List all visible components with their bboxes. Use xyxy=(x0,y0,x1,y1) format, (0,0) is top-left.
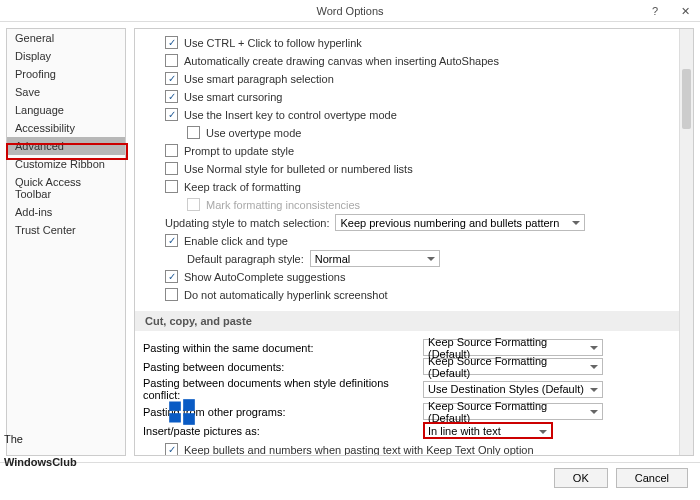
help-button[interactable]: ? xyxy=(640,0,670,22)
sidebar-item-language[interactable]: Language xyxy=(7,101,125,119)
label-paste-other: Pasting from other programs: xyxy=(143,406,423,418)
checkbox-disabled xyxy=(187,198,200,211)
checkbox[interactable] xyxy=(165,54,178,67)
label-paste-between: Pasting between documents: xyxy=(143,361,423,373)
checkbox[interactable] xyxy=(165,443,178,456)
select-update-style[interactable]: Keep previous numbering and bullets patt… xyxy=(335,214,585,231)
option-insert-key: Use the Insert key to control overtype m… xyxy=(184,109,397,121)
label-default-para: Default paragraph style: xyxy=(187,253,304,265)
checkbox[interactable] xyxy=(165,162,178,175)
select-paste-within[interactable]: Keep Source Formatting (Default) xyxy=(423,339,603,356)
sidebar-item-proofing[interactable]: Proofing xyxy=(7,65,125,83)
option-overtype: Use overtype mode xyxy=(206,127,301,139)
sidebar-item-display[interactable]: Display xyxy=(7,47,125,65)
sidebar-item-advanced[interactable]: Advanced xyxy=(7,137,125,155)
window-title: Word Options xyxy=(316,5,383,17)
sidebar-item-trust-center[interactable]: Trust Center xyxy=(7,221,125,239)
option-normal-style: Use Normal style for bulleted or numbere… xyxy=(184,163,413,175)
select-paste-between[interactable]: Keep Source Formatting (Default) xyxy=(423,358,603,375)
ok-button[interactable]: OK xyxy=(554,468,608,488)
sidebar: General Display Proofing Save Language A… xyxy=(6,28,126,456)
option-autocomplete: Show AutoComplete suggestions xyxy=(184,271,345,283)
checkbox[interactable] xyxy=(165,108,178,121)
option-prompt-style: Prompt to update style xyxy=(184,145,294,157)
scrollbar[interactable] xyxy=(679,29,693,455)
sidebar-item-accessibility[interactable]: Accessibility xyxy=(7,119,125,137)
option-smart-cursor: Use smart cursoring xyxy=(184,91,282,103)
checkbox[interactable] xyxy=(165,90,178,103)
checkbox[interactable] xyxy=(165,180,178,193)
option-no-hyperlink: Do not automatically hyperlink screensho… xyxy=(184,289,388,301)
checkbox[interactable] xyxy=(165,288,178,301)
select-default-para[interactable]: Normal xyxy=(310,250,440,267)
option-smart-para: Use smart paragraph selection xyxy=(184,73,334,85)
label-paste-within: Pasting within the same document: xyxy=(143,342,423,354)
option-auto-canvas: Automatically create drawing canvas when… xyxy=(184,55,499,67)
close-button[interactable]: ✕ xyxy=(670,0,700,22)
option-enable-click: Enable click and type xyxy=(184,235,288,247)
label-insert-pic: Insert/paste pictures as: xyxy=(143,425,423,437)
label-paste-conflict: Pasting between documents when style def… xyxy=(143,377,423,401)
scroll-thumb[interactable] xyxy=(682,69,691,129)
content-pane: Use CTRL + Click to follow hyperlink Aut… xyxy=(134,28,694,456)
select-insert-pic[interactable]: In line with text xyxy=(423,422,553,439)
option-mark-inc: Mark formatting inconsistencies xyxy=(206,199,360,211)
checkbox[interactable] xyxy=(165,270,178,283)
sidebar-item-addins[interactable]: Add-ins xyxy=(7,203,125,221)
checkbox[interactable] xyxy=(165,144,178,157)
sidebar-item-save[interactable]: Save xyxy=(7,83,125,101)
sidebar-item-general[interactable]: General xyxy=(7,29,125,47)
checkbox[interactable] xyxy=(187,126,200,139)
select-paste-other[interactable]: Keep Source Formatting (Default) xyxy=(423,403,603,420)
sidebar-item-customize-ribbon[interactable]: Customize Ribbon xyxy=(7,155,125,173)
option-ctrl-click: Use CTRL + Click to follow hyperlink xyxy=(184,37,362,49)
option-keep-track: Keep track of formatting xyxy=(184,181,301,193)
checkbox[interactable] xyxy=(165,72,178,85)
section-cut-copy-paste: Cut, copy, and paste xyxy=(135,311,693,331)
checkbox[interactable] xyxy=(165,36,178,49)
select-paste-conflict[interactable]: Use Destination Styles (Default) xyxy=(423,381,603,398)
cancel-button[interactable]: Cancel xyxy=(616,468,688,488)
sidebar-item-quick-access[interactable]: Quick Access Toolbar xyxy=(7,173,125,203)
checkbox[interactable] xyxy=(165,234,178,247)
option-keep-bullets: Keep bullets and numbers when pasting te… xyxy=(184,444,534,456)
label-update-style: Updating style to match selection: xyxy=(165,217,329,229)
